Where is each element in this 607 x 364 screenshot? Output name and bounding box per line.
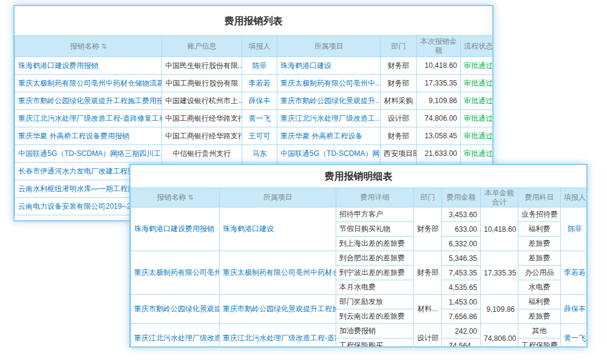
cell-dept: 财务部 (414, 207, 442, 251)
column-header-name[interactable]: 报销名称⇅ (15, 36, 162, 57)
cell-project[interactable]: 重庆华夏 外高桥工程设备 (277, 127, 381, 145)
column-header-dept: 部门 (414, 188, 442, 207)
table-row: 珠海鹤港口建设费用报销 中国民生银行股份有限... 陈菲 珠海鹤港口建设 财务部… (15, 57, 494, 75)
cell-project[interactable]: 重庆太极制药有限公司亳州中... (277, 75, 381, 92)
cell-project[interactable]: 重庆江北污水处理厂级改造工... (277, 110, 381, 127)
column-header-reporter: 填报人 (561, 188, 588, 207)
cell-amount: 6,332.00 (442, 237, 481, 251)
cell-reporter[interactable]: 李若若 (242, 75, 277, 92)
column-header-account: 账户信息 (162, 36, 242, 57)
table-row: 重庆华夏 外高桥工程设备费用报销 中国工商银行经华路支行 王可可 重庆华夏 外高… (15, 127, 494, 145)
cell-dept: 财务部 (381, 57, 417, 75)
cell-category: 福利费 (518, 295, 561, 309)
cell-amount: 3,453.60 (442, 207, 481, 222)
cell-category: 工程保险费 (518, 339, 561, 348)
cell-detail: 到合肥出差的差旅费 (336, 251, 414, 266)
cell-name[interactable]: 重庆市鹅岭公园绿化景观提升工程施工费用报销 (15, 92, 162, 110)
cell-amount: 74,806.00 (417, 110, 461, 127)
cell-status[interactable]: 审批通过 (461, 110, 494, 127)
sort-filter-icon[interactable]: ⇅ (188, 194, 193, 201)
cell-reporter[interactable]: 薛保丰 (242, 92, 277, 110)
cell-status[interactable]: 审批通过 (461, 75, 494, 92)
cell-project[interactable]: 中国联通5G（TD-SCDMA）网... (277, 145, 381, 163)
cell-amount: 1,453.00 (442, 295, 481, 309)
cell-dept: 西安项目部 (381, 145, 417, 163)
cell-detail: 到宁波出差的差旅费 (336, 266, 414, 280)
cell-total: 17,335.35 (481, 251, 518, 295)
column-header-name[interactable]: 报销名称⇅ (131, 188, 220, 207)
column-header-detail: 费用详细 (336, 188, 414, 207)
column-header-project: 所属项目 (277, 36, 381, 57)
cell-dept: 材料... (414, 295, 442, 324)
cell-detail: 到云南出差的差旅费 (336, 309, 414, 324)
cell-reporter[interactable]: 黄一飞 (561, 324, 588, 348)
table-header-row: 报销名称⇅ 所属项目 费用详细 部门 费用金额 本单金额合计 费用科目 填报人 (131, 188, 588, 207)
cell-detail: 本月水电费 (336, 280, 414, 295)
expense-detail-panel: 费用报销明细表 报销名称⇅ 所属项目 费用详细 部门 费用金额 本单金额合计 费… (129, 164, 588, 348)
cell-project[interactable]: 重庆太极制药有限公司亳州中药材仓储物流... (220, 251, 336, 295)
cell-amount: 4,535.65 (442, 280, 481, 295)
sort-filter-icon[interactable]: ⇅ (101, 42, 106, 50)
column-header-dept: 部门 (381, 36, 417, 57)
cell-dept: 财务部 (381, 127, 417, 145)
cell-name[interactable]: 珠海鹤港口建设费用报销 (15, 57, 162, 75)
cell-account: 中国工商银行股份有限 (162, 75, 242, 92)
cell-status[interactable]: 审批通过 (461, 145, 494, 163)
detail-panel-title: 费用报销明细表 (131, 165, 586, 187)
table-header-row: 报销名称⇅ 账户信息 填报人 所属项目 部门 本次报销金额 流程状态 (15, 36, 494, 57)
cell-reporter[interactable]: 马东 (242, 145, 277, 163)
cell-name[interactable]: 重庆太极制药有限公司亳州中药... (131, 251, 220, 295)
cell-name[interactable]: 重庆江北污水处理厂级改造工程-... (131, 324, 220, 348)
cell-name[interactable]: 重庆华夏 外高桥工程设备费用报销 (15, 127, 162, 145)
cell-category: 其他 (518, 324, 561, 339)
cell-category: 业务招待费 (518, 207, 561, 222)
cell-project[interactable]: 重庆江北污水处理厂级改造工程-道路修复工... (220, 324, 336, 348)
table-row: 重庆市鹅岭公园绿化景观提升工... 重庆市鹅岭公园绿化景观提升工程施工 部门奖励… (131, 295, 588, 309)
cell-detail: 节假日购买礼物 (336, 222, 414, 237)
list-panel-title: 费用报销列表 (15, 6, 492, 35)
cell-reporter[interactable]: 王可可 (242, 127, 277, 145)
cell-category: 办公用品 (518, 266, 561, 280)
cell-amount: 633.00 (442, 222, 481, 237)
column-header-label: 报销名称 (157, 193, 186, 201)
cell-amount: 17,335.35 (417, 75, 461, 92)
cell-reporter[interactable]: 黄一飞 (242, 110, 277, 127)
cell-status[interactable]: 审批通过 (461, 57, 494, 75)
cell-name[interactable]: 珠海鹤港口建设费用报销 (131, 207, 220, 251)
cell-detail: 部门奖励发放 (336, 295, 414, 309)
cell-amount: 13,058.45 (417, 127, 461, 145)
cell-reporter[interactable]: 李若若 (561, 251, 588, 295)
cell-project[interactable]: 重庆市鹅岭公园绿化景观提升工程施工 (220, 295, 336, 324)
cell-name[interactable]: 重庆市鹅岭公园绿化景观提升工... (131, 295, 220, 324)
column-header-category: 费用科目 (518, 188, 561, 207)
cell-reporter[interactable]: 陈菲 (242, 57, 277, 75)
cell-status[interactable]: 审批通过 (461, 92, 494, 110)
table-row: 中国联通5G（TD-SCDMA）网络三期四川工程费... 中信银行贵州支行 马东… (15, 145, 494, 163)
cell-dept: 材料采购 (381, 92, 417, 110)
cell-dept: 设计部 (381, 110, 417, 127)
cell-detail: 到上海出差的差旅费 (336, 237, 414, 251)
cell-amount: 9,109.86 (417, 92, 461, 110)
cell-amount: 21,633.00 (417, 145, 461, 163)
cell-project[interactable]: 珠海鹤港口建设 (220, 207, 336, 251)
cell-amount: 7,656.86 (442, 309, 481, 324)
column-header-status: 流程状态 (461, 36, 494, 57)
cell-reporter[interactable]: 薛保丰 (561, 295, 588, 324)
table-row: 珠海鹤港口建设费用报销 珠海鹤港口建设 招待甲方客户 财务部 3,453.60 … (131, 207, 588, 222)
cell-name[interactable]: 中国联通5G（TD-SCDMA）网络三期四川工程费... (15, 145, 162, 163)
cell-account: 中国工商银行经华路支行 (162, 110, 242, 127)
cell-name[interactable]: 重庆太极制药有限公司亳州中药材仓储物流基地项... (15, 75, 162, 92)
cell-reporter[interactable]: 陈菲 (561, 207, 588, 251)
cell-project[interactable]: 重庆市鹅岭公园绿化景观提升... (277, 92, 381, 110)
cell-detail: 招待甲方客户 (336, 207, 414, 222)
cell-project[interactable]: 珠海鹤港口建设 (277, 57, 381, 75)
cell-dept: 财务部 (414, 251, 442, 295)
cell-category: 差旅费 (518, 251, 561, 266)
cell-category: 差旅费 (518, 309, 561, 324)
cell-amount: 242.00 (442, 324, 481, 339)
cell-name[interactable]: 重庆江北污水处理厂级改造工程-道路修复工程费用... (15, 110, 162, 127)
table-row: 重庆太极制药有限公司亳州中药... 重庆太极制药有限公司亳州中药材仓储物流...… (131, 251, 588, 266)
column-header-reporter: 填报人 (242, 36, 277, 57)
cell-amount: 7,453.35 (442, 266, 481, 280)
cell-status[interactable]: 审批通过 (461, 127, 494, 145)
